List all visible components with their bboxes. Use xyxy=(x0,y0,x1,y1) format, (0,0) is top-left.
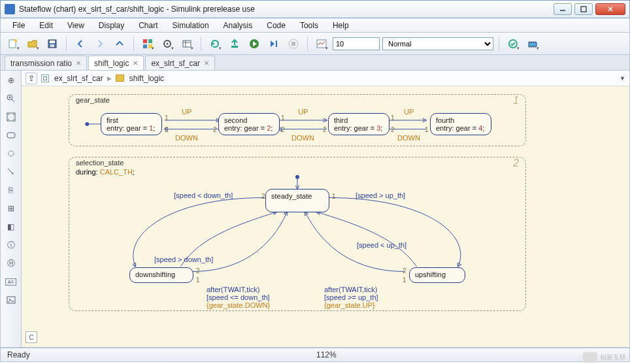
model-icon xyxy=(41,74,49,82)
data-inspector-button[interactable] xyxy=(313,35,330,52)
superstate-selection-state[interactable]: selection_state during: CALC_TH; 2 xyxy=(69,157,526,311)
crumb-model[interactable]: ex_slrt_sf_car xyxy=(54,74,103,83)
default-transition-icon[interactable] xyxy=(4,165,18,179)
state-fourth[interactable]: fourth entry: gear = 4; xyxy=(430,113,491,135)
svg-rect-8 xyxy=(143,44,147,48)
annotation-icon[interactable]: A≡ xyxy=(4,274,18,289)
simfunc-tool-icon[interactable]: ⓘ xyxy=(4,238,18,252)
state-upshifting[interactable]: upshifting xyxy=(409,267,465,283)
run-button[interactable] xyxy=(246,35,263,52)
transition-label: DOWN xyxy=(175,134,198,142)
svg-rect-0 xyxy=(581,7,586,12)
transition-label: UP xyxy=(298,108,308,116)
new-button[interactable] xyxy=(5,35,22,52)
truth-table-icon[interactable]: ⊞ xyxy=(4,201,18,216)
copyright-badge: C xyxy=(25,331,37,343)
transition-label: UP xyxy=(182,108,191,116)
svg-rect-20 xyxy=(529,42,537,46)
menu-help[interactable]: Help xyxy=(326,20,356,31)
fit-to-view-icon[interactable] xyxy=(4,110,18,124)
svg-rect-13 xyxy=(231,46,238,48)
checkmark-button[interactable] xyxy=(505,35,522,52)
tab-transmission-ratio[interactable]: transmission ratio✕ xyxy=(5,56,87,70)
menu-tools[interactable]: Tools xyxy=(293,20,325,31)
priority-badge: 1 xyxy=(513,95,519,107)
state-steady[interactable]: steady_state xyxy=(265,189,329,212)
state-first[interactable]: first entry: gear = 1; xyxy=(101,113,162,135)
toolbar: Normal xyxy=(0,33,630,55)
hide-browser-icon[interactable]: ⊕ xyxy=(4,73,18,88)
crumb-chart[interactable]: shift_logic xyxy=(129,74,164,83)
guard-label: [speed >= up_th] xyxy=(324,293,378,301)
history-icon[interactable]: Ⓗ xyxy=(4,256,18,271)
menu-code[interactable]: Code xyxy=(260,20,292,31)
superstate-gear-state[interactable]: gear_state 1 xyxy=(69,94,526,146)
image-icon[interactable] xyxy=(4,293,18,307)
close-icon[interactable]: ✕ xyxy=(204,59,209,67)
stop-button[interactable] xyxy=(285,35,302,52)
update-diagram-button[interactable] xyxy=(207,35,224,52)
folder-icon xyxy=(116,74,124,82)
svg-point-11 xyxy=(167,42,169,44)
tab-ex-slrt-sf-car[interactable]: ex_slrt_sf_car✕ xyxy=(145,56,215,70)
state-tool-icon[interactable] xyxy=(4,128,18,142)
state-third[interactable]: third entry: gear = 3; xyxy=(328,113,390,135)
menu-view[interactable]: View xyxy=(61,20,91,31)
menu-simulation[interactable]: Simulation xyxy=(166,20,216,31)
open-button[interactable] xyxy=(24,35,41,52)
model-config-button[interactable] xyxy=(159,35,176,52)
guard-label: [speed < up_th] xyxy=(357,241,406,249)
menu-display[interactable]: Display xyxy=(92,20,131,31)
save-button[interactable] xyxy=(44,35,61,52)
zoom-in-icon[interactable] xyxy=(4,91,18,106)
close-button[interactable] xyxy=(595,3,625,15)
priority-badge: 2 xyxy=(513,157,519,169)
library-browser-button[interactable] xyxy=(139,35,156,52)
box-tool-icon[interactable]: ◧ xyxy=(4,220,18,234)
watermark: 创新互联 xyxy=(583,352,626,363)
svg-rect-9 xyxy=(148,44,152,48)
guard-label: [speed < down_th] xyxy=(174,191,233,199)
chevron-down-icon[interactable]: ▼ xyxy=(620,75,625,82)
menu-file[interactable]: File xyxy=(6,20,31,31)
simulation-mode-select[interactable]: Normal xyxy=(382,37,493,50)
maximize-button[interactable] xyxy=(574,3,593,15)
status-text: Ready xyxy=(7,350,30,359)
chevron-right-icon: ▶ xyxy=(107,75,112,82)
menu-analysis[interactable]: Analysis xyxy=(217,20,259,31)
window-title: Stateflow (chart) ex_slrt_sf_car/shift_l… xyxy=(19,5,554,14)
during-label: during: CALC_TH; xyxy=(76,168,135,176)
svg-point-2 xyxy=(14,39,17,42)
app-icon xyxy=(5,4,15,14)
nav-up-icon[interactable]: ⇪ xyxy=(25,73,37,84)
junction-tool-icon[interactable] xyxy=(4,146,18,161)
model-explorer-button[interactable] xyxy=(178,35,195,52)
up-button[interactable] xyxy=(111,35,128,52)
chart-canvas[interactable]: gear_state 1 xyxy=(22,86,629,347)
svg-point-28 xyxy=(295,175,299,179)
hardware-button[interactable] xyxy=(524,35,541,52)
close-icon[interactable]: ✕ xyxy=(133,59,138,67)
build-button[interactable] xyxy=(226,35,243,52)
minimize-button[interactable] xyxy=(554,3,572,15)
menu-chart[interactable]: Chart xyxy=(132,20,164,31)
menu-edit[interactable]: Edit xyxy=(33,20,59,31)
stop-time-input[interactable] xyxy=(333,37,380,50)
document-tabs: transmission ratio✕ shift_logic✕ ex_slrt… xyxy=(0,55,630,71)
close-icon[interactable]: ✕ xyxy=(76,59,81,67)
svg-rect-6 xyxy=(143,39,147,43)
forward-button[interactable] xyxy=(91,35,108,52)
step-forward-button[interactable] xyxy=(265,35,282,52)
svg-rect-7 xyxy=(148,39,152,43)
transition-label: UP xyxy=(404,108,414,116)
tab-shift-logic[interactable]: shift_logic✕ xyxy=(88,56,144,70)
action-label: {gear_state.DOWN} xyxy=(207,301,270,309)
watermark-icon xyxy=(583,352,597,363)
zoom-level[interactable]: 112% xyxy=(316,350,337,359)
state-label: gear_state xyxy=(76,96,110,104)
state-downshifting[interactable]: downshifting xyxy=(129,267,193,283)
back-button[interactable] xyxy=(72,35,89,52)
status-bar: Ready 112% xyxy=(0,348,630,362)
state-second[interactable]: second entry: gear = 2; xyxy=(218,113,280,135)
function-tool-icon[interactable]: ⎘ xyxy=(4,183,18,197)
